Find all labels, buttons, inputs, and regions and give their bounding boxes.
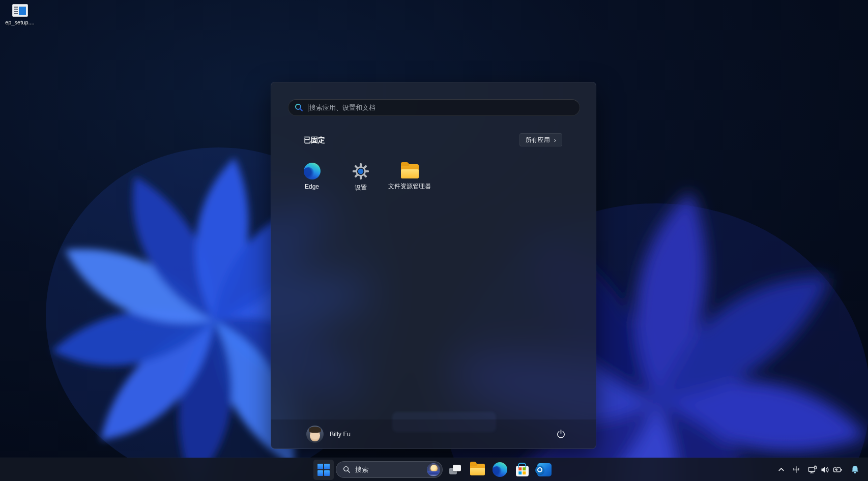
taskbar-search-label: 搜索 bbox=[355, 465, 427, 474]
pinned-app-label: 设置 bbox=[355, 184, 367, 192]
taskbar: 搜索 bbox=[0, 458, 868, 481]
display-network-icon bbox=[808, 465, 817, 474]
pinned-section-title: 已固定 bbox=[304, 136, 325, 145]
notification-bell-icon bbox=[851, 465, 859, 474]
pinned-app-label: Edge bbox=[305, 183, 319, 190]
edge-icon bbox=[304, 163, 321, 179]
speaker-volume-icon bbox=[821, 466, 829, 474]
desktop-screen: ep_setup.... 已固定 所有应用 › Edg bbox=[0, 0, 868, 481]
start-search-box[interactable] bbox=[288, 99, 580, 116]
file-explorer-button[interactable] bbox=[467, 460, 487, 480]
start-menu: 已固定 所有应用 › Edge bbox=[271, 82, 596, 449]
task-view-icon bbox=[449, 465, 461, 474]
desktop-icon-label: ep_setup.... bbox=[5, 19, 35, 25]
battery-charging-icon bbox=[833, 466, 843, 474]
ime-indicator[interactable]: 中 bbox=[790, 461, 804, 479]
text-cursor bbox=[308, 104, 308, 112]
user-avatar bbox=[306, 426, 324, 443]
outlook-button[interactable] bbox=[534, 460, 555, 480]
microsoft-store-button[interactable] bbox=[512, 460, 532, 480]
start-button[interactable] bbox=[313, 460, 334, 480]
windows-logo-icon bbox=[317, 464, 330, 476]
folder-icon bbox=[401, 164, 419, 178]
bing-daily-image-icon bbox=[427, 463, 440, 476]
settings-gear-icon bbox=[352, 163, 369, 180]
task-view-button[interactable] bbox=[445, 460, 465, 480]
edge-button[interactable] bbox=[489, 460, 510, 480]
power-button[interactable] bbox=[550, 424, 571, 445]
store-icon bbox=[516, 466, 529, 476]
start-search-input[interactable] bbox=[309, 104, 573, 111]
power-icon bbox=[556, 429, 566, 439]
search-icon bbox=[295, 103, 303, 112]
edge-icon bbox=[493, 462, 507, 477]
folder-icon bbox=[470, 464, 485, 475]
outlook-icon bbox=[537, 463, 552, 476]
chevron-up-icon bbox=[777, 466, 785, 473]
pinned-app-settings[interactable]: 设置 bbox=[336, 157, 385, 200]
pinned-app-label: 文件资源管理器 bbox=[388, 182, 431, 191]
taskbar-center-group: 搜索 bbox=[313, 458, 555, 481]
hidden-icons-button[interactable] bbox=[774, 461, 789, 479]
network-volume-battery-button[interactable] bbox=[804, 461, 846, 479]
taskbar-search-box[interactable]: 搜索 bbox=[336, 461, 443, 478]
pinned-app-edge[interactable]: Edge bbox=[287, 157, 336, 200]
notifications-button[interactable] bbox=[847, 461, 863, 479]
pinned-apps-grid: Edge bbox=[287, 157, 434, 200]
installer-window-icon bbox=[12, 4, 28, 17]
search-icon bbox=[343, 466, 351, 473]
start-menu-user-bar: Billy Fu bbox=[271, 419, 596, 448]
chevron-right-icon: › bbox=[554, 137, 556, 143]
pinned-app-file-explorer[interactable]: 文件资源管理器 bbox=[385, 157, 434, 200]
pinned-header: 已固定 所有应用 › bbox=[271, 133, 596, 148]
user-account-button[interactable]: Billy Fu bbox=[302, 424, 355, 445]
desktop-icon-ep-setup[interactable]: ep_setup.... bbox=[3, 4, 37, 25]
all-apps-button[interactable]: 所有应用 › bbox=[519, 133, 562, 146]
system-tray: 中 bbox=[774, 458, 863, 481]
user-name: Billy Fu bbox=[330, 431, 351, 438]
all-apps-label: 所有应用 bbox=[526, 136, 550, 144]
